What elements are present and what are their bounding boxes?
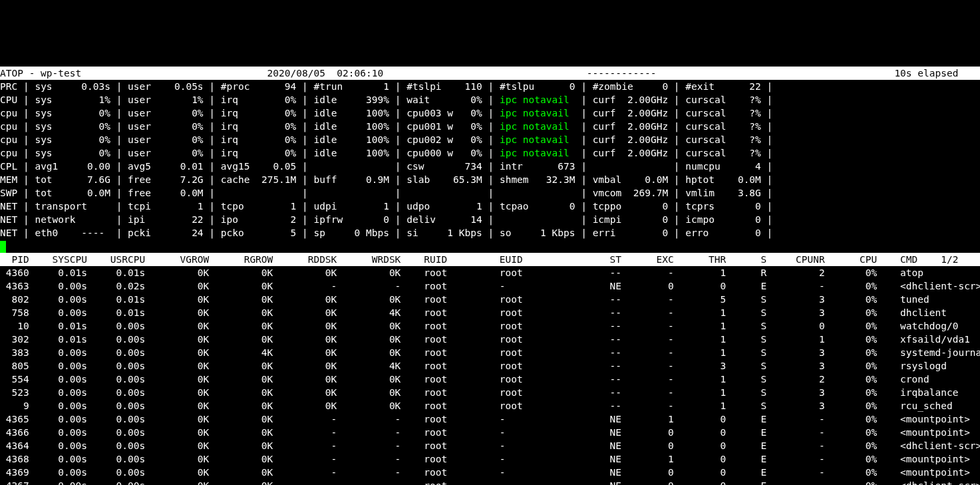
sys-field: irq 0% [221,121,297,132]
divider: | [110,134,128,145]
divider: | [17,174,35,185]
sys-field: tot 0.0M [35,188,110,198]
divider: | [204,148,221,158]
divider: | [482,228,500,238]
divider: | [761,161,772,172]
sys-field: transport [35,201,110,212]
sys-row: MEM | tot 7.6G | free 7.2G | cache 275.1… [0,173,980,186]
sys-field: eth0 ---- [35,228,110,238]
divider: | [17,201,35,212]
sys-field: ipi 22 [128,214,204,225]
process-row[interactable]: 554 0.00s 0.00s 0K 0K 0K 0K root root --… [0,373,980,386]
sys-field: ipc notavail [500,94,575,105]
process-row[interactable]: 4368 0.00s 0.00s 0K 0K - - root - NE 1 0… [0,452,980,466]
process-row[interactable]: 4365 0.00s 0.00s 0K 0K - - root - NE 1 0… [0,412,980,426]
divider: | [296,94,313,105]
sys-field: wait 0% [407,94,482,105]
sys-field: curf 2.00GHz [593,121,669,132]
sys-field: sys 0% [35,134,110,145]
sys-row: CPU | sys 1% | user 1% | irq 0% | idle 3… [0,93,980,106]
atop-terminal[interactable]: ATOP - wp-test 2020/08/05 02:06:10 -----… [0,67,980,485]
process-row[interactable]: 758 0.00s 0.01s 0K 0K 0K 4K root root --… [0,306,980,319]
sys-row: CPL | avg1 0.00 | avg5 0.01 | avg15 0.05… [0,160,980,173]
sys-field: user 0% [128,148,204,158]
sys-field: cpu001 w 0% [407,121,482,132]
sys-field: cpu000 w 0% [407,148,482,158]
sys-field: icmpo 0 [685,214,761,225]
sys-field: user 1% [128,94,204,105]
process-row[interactable]: 805 0.00s 0.00s 0K 0K 0K 4K root root --… [0,359,980,373]
sys-field: free 7.2G [128,174,204,185]
sys-field: tcppo 0 [593,201,669,212]
sys-field: tcpi 1 [128,201,204,212]
divider: | [575,108,592,118]
sys-empty [500,188,575,198]
process-row[interactable]: 4360 0.01s 0.01s 0K 0K 0K 0K root root -… [0,266,980,279]
divider: | [389,134,407,145]
divider: | [482,148,500,158]
sys-field: idle 100% [314,108,390,118]
divider: | [668,121,685,132]
divider: | [668,174,685,185]
sys-field: so 1 Kbps [500,228,575,238]
divider: | [17,81,35,92]
process-row[interactable]: 302 0.01s 0.00s 0K 0K 0K 0K root root --… [0,333,980,346]
divider: | [296,134,313,145]
sys-field: hptot 0.0M [685,174,761,185]
divider: | [761,121,772,132]
divider: | [482,108,500,118]
divider: | [204,94,221,105]
sys-row: NET | transport | tcpi 1 | tcpo 1 | udpi… [0,200,980,213]
sys-field: ipc notavail [500,148,575,158]
sys-field: curscal ?% [685,148,761,158]
process-row[interactable]: 4369 0.00s 0.00s 0K 0K - - root - NE 0 0… [0,466,980,479]
process-row[interactable]: 523 0.00s 0.00s 0K 0K 0K 0K root root --… [0,386,980,399]
divider: | [296,174,313,185]
process-row[interactable]: 4367 0.00s 0.00s 0K 0K - - root - NE 0 0… [0,479,980,485]
divider: | [575,94,592,105]
sys-field: pcko 5 [221,228,297,238]
divider: | [204,161,221,172]
divider: | [296,201,313,212]
sys-field: irq 0% [221,148,297,158]
sys-category: PRC [0,81,17,92]
sys-field: network [35,214,110,225]
divider: | [761,108,772,118]
sys-field: icmpi 0 [593,214,669,225]
sys-field: idle 100% [314,121,390,132]
cursor-icon [0,241,6,253]
divider: | [204,201,221,212]
divider: | [389,94,407,105]
sys-field: vmcom 269.7M [593,188,669,198]
sys-field: #exit 22 [685,81,761,92]
process-row[interactable]: 4366 0.00s 0.00s 0K 0K - - root - NE 0 0… [0,426,980,439]
sys-empty [314,161,390,172]
divider: | [110,81,128,92]
process-row[interactable]: 383 0.00s 0.00s 0K 4K 0K 0K root root --… [0,346,980,359]
sys-field: curf 2.00GHz [593,94,669,105]
process-row[interactable]: 10 0.01s 0.00s 0K 0K 0K 0K root root -- … [0,319,980,333]
sys-empty [593,161,669,172]
process-row[interactable]: 4364 0.00s 0.00s 0K 0K - - root - NE 0 0… [0,439,980,452]
sys-empty [221,188,297,198]
sys-field: udpo 1 [407,201,482,212]
process-row[interactable]: 4363 0.00s 0.02s 0K 0K - - root - NE 0 0… [0,279,980,293]
sys-field: #tslpi 110 [407,81,482,92]
process-row[interactable]: 802 0.00s 0.01s 0K 0K 0K 0K root root --… [0,293,980,306]
sys-row: NET | eth0 ---- | pcki 24 | pcko 5 | sp … [0,226,980,240]
sys-field: ipc notavail [500,108,575,118]
sys-field: curscal ?% [685,121,761,132]
divider: | [482,201,500,212]
divider: | [668,81,685,92]
sys-field: curscal ?% [685,108,761,118]
divider: | [389,174,407,185]
divider: | [296,188,313,198]
sys-row: cpu | sys 0% | user 0% | irq 0% | idle 1… [0,106,980,120]
divider: | [110,188,128,198]
sys-category: MEM [0,174,17,185]
divider: | [761,201,772,212]
divider: | [17,188,35,198]
process-row[interactable]: 9 0.00s 0.00s 0K 0K 0K 0K root root -- -… [0,399,980,412]
sys-field: vmbal 0.0M [593,174,669,185]
sys-field: #zombie 0 [593,81,669,92]
